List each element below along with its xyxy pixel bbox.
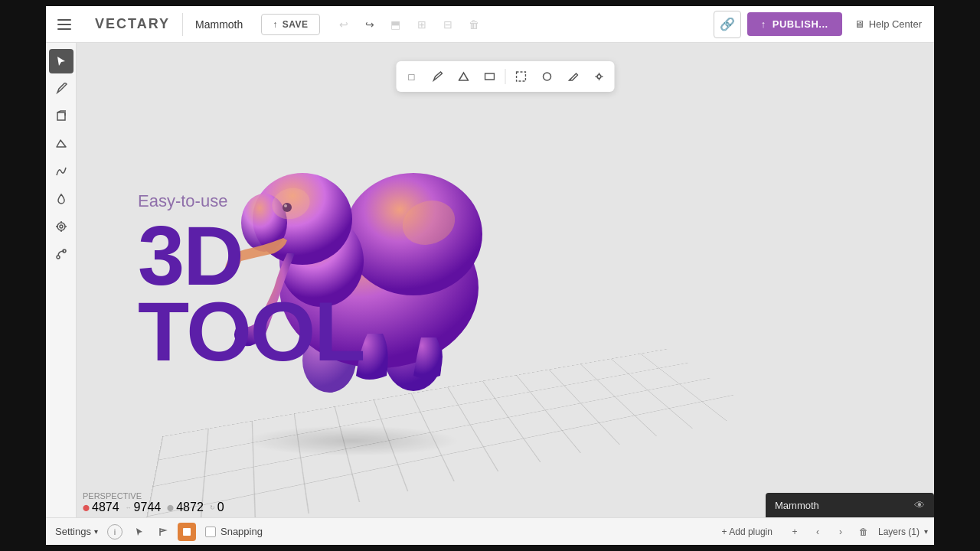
y-coord: ↔ 9744 bbox=[126, 500, 162, 514]
add-plugin-button[interactable]: + Add plugin bbox=[714, 523, 780, 540]
float-divider bbox=[505, 69, 506, 84]
canvas-area[interactable]: □ bbox=[77, 43, 934, 517]
left-sidebar bbox=[46, 43, 77, 517]
publish-icon: ↑ bbox=[761, 18, 766, 30]
prev-layer-btn[interactable]: ‹ bbox=[809, 523, 826, 540]
spline-tool-sidebar[interactable] bbox=[49, 159, 74, 184]
logo: VECTARY bbox=[83, 16, 182, 32]
node-tool-sidebar[interactable] bbox=[49, 242, 74, 266]
plus-icon-btn[interactable]: + bbox=[786, 523, 803, 540]
svg-point-2 bbox=[60, 225, 63, 228]
save-button[interactable]: ↑ SAVE bbox=[261, 14, 319, 35]
main-area: □ bbox=[46, 43, 934, 517]
settings-button[interactable]: Settings ▾ bbox=[55, 526, 98, 537]
action3-button[interactable]: ⊟ bbox=[436, 13, 459, 36]
z-coord: ⬤ 4872 bbox=[167, 500, 204, 514]
action1-button[interactable]: ⬒ bbox=[384, 13, 407, 36]
bottom-tool-icons bbox=[132, 523, 196, 541]
svg-point-11 bbox=[544, 73, 551, 80]
link-icon: 🔗 bbox=[720, 17, 735, 31]
droplet-tool-sidebar[interactable] bbox=[49, 187, 74, 211]
undo-button[interactable]: ↩ bbox=[332, 13, 355, 36]
info-button[interactable]: i bbox=[107, 524, 122, 540]
menu-button[interactable] bbox=[46, 6, 83, 43]
next-layer-btn[interactable]: › bbox=[832, 523, 849, 540]
eye-icon[interactable]: 👁 bbox=[914, 499, 925, 511]
coordinates: ⬤ 4874 ↔ 9744 ⬤ 4872 ↻ 0 bbox=[83, 500, 224, 514]
save-icon: ↑ bbox=[273, 19, 278, 30]
bottom-right-actions: + Add plugin + ‹ › 🗑 Layers (1) ▾ bbox=[714, 518, 934, 546]
canvas-title-3d: 3D bbox=[138, 217, 364, 293]
shape-tool-sidebar[interactable] bbox=[49, 132, 74, 156]
help-center-button[interactable]: 🖥 Help Center bbox=[842, 18, 934, 30]
x-icon: ⬤ bbox=[83, 504, 90, 511]
svg-point-7 bbox=[57, 256, 60, 259]
help-icon: 🖥 bbox=[854, 18, 864, 30]
svg-point-12 bbox=[597, 75, 601, 79]
snapping-label: Snapping bbox=[220, 526, 263, 537]
view-status: PERSPECTIVE ⬤ 4874 ↔ 9744 ⬤ 4872 bbox=[83, 491, 224, 514]
float-ellipse-tool[interactable] bbox=[535, 64, 560, 89]
angle-coord: ↻ 0 bbox=[210, 500, 224, 514]
bottom-bar: Settings ▾ i Snapping bbox=[46, 517, 934, 545]
angle-value: 0 bbox=[217, 500, 224, 514]
x-value: 4874 bbox=[92, 500, 119, 514]
float-select-tool[interactable]: □ bbox=[400, 64, 424, 89]
redo-button[interactable]: ↪ bbox=[358, 13, 381, 36]
publish-label: PUBLISH... bbox=[773, 18, 828, 30]
floating-toolbar: □ bbox=[397, 61, 615, 92]
float-pen-tool[interactable] bbox=[426, 64, 450, 89]
z-value: 4872 bbox=[176, 500, 204, 514]
layers-label: Layers (1) bbox=[878, 527, 920, 537]
action4-button[interactable]: 🗑 bbox=[462, 13, 485, 36]
layers-panel-row: Mammoth 👁 bbox=[766, 493, 934, 517]
settings-chevron: ▾ bbox=[94, 527, 98, 536]
float-shape-tool[interactable] bbox=[452, 64, 476, 89]
svg-rect-9 bbox=[485, 73, 495, 80]
view-mode-label: PERSPECTIVE bbox=[83, 491, 224, 500]
flag-tool-bottom[interactable] bbox=[155, 523, 172, 540]
pen-tool-sidebar[interactable] bbox=[49, 77, 74, 101]
float-frame-tool[interactable] bbox=[509, 64, 534, 89]
y-value: 9744 bbox=[134, 500, 162, 514]
x-coord: ⬤ 4874 bbox=[83, 500, 119, 514]
float-pencil-tool[interactable] bbox=[561, 64, 586, 89]
svg-rect-0 bbox=[57, 112, 65, 120]
layers-item-name: Mammoth bbox=[775, 500, 908, 511]
z-icon: ⬤ bbox=[167, 504, 174, 511]
svg-point-1 bbox=[57, 223, 65, 230]
box-tool-sidebar[interactable] bbox=[49, 104, 74, 129]
layers-button[interactable]: Layers (1) ▾ bbox=[878, 527, 928, 537]
layers-panel: Mammoth 👁 bbox=[766, 493, 934, 517]
delete-layer-btn[interactable]: 🗑 bbox=[855, 523, 872, 540]
mammoth-shadow bbox=[245, 425, 459, 456]
add-plugin-label: + Add plugin bbox=[722, 527, 773, 537]
target-tool-sidebar[interactable] bbox=[49, 214, 74, 239]
layers-chevron: ▾ bbox=[924, 527, 928, 536]
svg-rect-10 bbox=[517, 72, 526, 81]
save-label: SAVE bbox=[283, 19, 309, 30]
snapping-toggle[interactable]: Snapping bbox=[205, 526, 263, 537]
help-label: Help Center bbox=[869, 18, 922, 30]
canvas-title-tool: TOOL bbox=[138, 293, 364, 369]
active-tool-bottom[interactable] bbox=[178, 523, 196, 541]
link-button[interactable]: 🔗 bbox=[714, 11, 741, 38]
svg-rect-24 bbox=[183, 528, 191, 536]
topbar: VECTARY Mammoth ↑ SAVE ↩ ↪ ⬒ ⊞ ⊟ 🗑 🔗 ↑ P… bbox=[46, 6, 934, 43]
topbar-actions: ↩ ↪ ⬒ ⊞ ⊟ 🗑 bbox=[332, 13, 485, 36]
canvas-text-overlay: Easy-to-use 3D TOOL bbox=[138, 191, 364, 369]
action2-button[interactable]: ⊞ bbox=[410, 13, 433, 36]
float-rect-tool[interactable] bbox=[478, 64, 502, 89]
hamburger-icon bbox=[57, 19, 71, 30]
float-settings-tool[interactable] bbox=[587, 64, 612, 89]
settings-label: Settings bbox=[55, 526, 91, 537]
filename-label[interactable]: Mammoth bbox=[183, 18, 255, 31]
select-tool-sidebar[interactable] bbox=[49, 49, 74, 73]
snapping-checkbox[interactable] bbox=[205, 527, 216, 537]
angle-icon: ↻ bbox=[210, 504, 215, 511]
logo-text: VECTARY bbox=[95, 16, 170, 32]
publish-button[interactable]: ↑ PUBLISH... bbox=[747, 12, 842, 36]
y-icon: ↔ bbox=[126, 504, 132, 511]
cursor-tool-bottom[interactable] bbox=[132, 523, 149, 540]
